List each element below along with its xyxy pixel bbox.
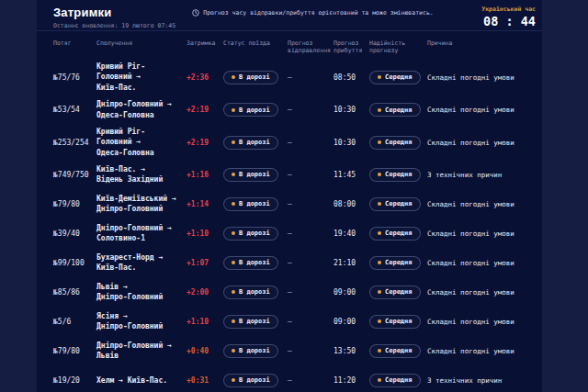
status-cell: В дорозі — [223, 286, 288, 299]
reliability-badge: Середня — [369, 286, 421, 299]
reason: Складні погодні умови — [427, 230, 535, 238]
delay: +0:40 — [187, 347, 223, 355]
column-header-departure: Прогноз відправлення — [288, 39, 334, 55]
reliability-label: Середня — [385, 200, 413, 207]
status-cell: В дорозі — [223, 197, 288, 211]
delay: +1:10 — [187, 230, 223, 238]
train-number: №75/76 — [53, 73, 96, 82]
panel-header: Затримки Останнє оновлення: 19 лютого 07… — [37, 0, 542, 31]
arrival-forecast: 13:50 — [334, 347, 369, 355]
table-header-row: Потяг Сполучення Затримка Статус поїзда … — [37, 31, 542, 60]
departure-forecast: — — [288, 106, 334, 114]
status-label: В дорозі — [239, 106, 270, 114]
reliability-label: Середня — [385, 73, 413, 81]
table-row[interactable]: №253/254 Кривий Ріг- Головний → Одеса-Го… — [37, 125, 542, 161]
reliability-cell: Середня — [369, 374, 427, 387]
departure-forecast: — — [288, 288, 334, 297]
status-badge: В дорозі — [223, 374, 278, 387]
train-number: №39/40 — [53, 230, 96, 238]
reliability-dot-icon — [378, 75, 381, 79]
reliability-badge: Середня — [369, 374, 421, 387]
reason: Складні погодні умови — [427, 106, 535, 114]
departure-forecast: — — [288, 200, 334, 208]
table-row[interactable]: №99/100 Бухарест-Норд → Київ-Пас. +1:07 … — [37, 248, 542, 277]
table-row[interactable]: №85/86 Львів → Дніпро-Головний +2:00 В д… — [37, 277, 542, 307]
delay: +2:19 — [187, 106, 223, 114]
table-row[interactable]: №79/80 Дніпро-Головний → Львів +0:40 В д… — [37, 336, 542, 365]
reliability-cell: Середня — [369, 256, 427, 270]
departure-forecast: — — [288, 73, 334, 82]
status-badge: В дорозі — [223, 344, 278, 358]
reason: Складні погодні умови — [427, 139, 535, 147]
departure-forecast: — — [288, 139, 334, 147]
train-number: №19/20 — [53, 376, 96, 385]
reliability-badge: Середня — [369, 227, 421, 241]
reliability-badge: Середня — [369, 344, 421, 358]
reliability-badge: Середня — [369, 71, 421, 84]
table-row[interactable]: №75/76 Кривий Ріг- Головний → Київ-Пас. … — [37, 60, 542, 95]
reliability-dot-icon — [378, 378, 381, 382]
arrival-forecast: 10:30 — [334, 139, 369, 147]
status-dot-icon — [232, 261, 235, 264]
status-badge: В дорозі — [223, 103, 278, 117]
reliability-label: Середня — [385, 171, 413, 178]
status-badge: В дорозі — [223, 197, 278, 211]
arrival-forecast: 08:50 — [334, 73, 369, 82]
table-row[interactable]: №53/54 Дніпро-Головний → Одеса-Головна +… — [37, 95, 542, 125]
status-dot-icon — [232, 140, 235, 144]
reason: Складні погодні умови — [427, 288, 535, 297]
table-row[interactable]: №39/40 Дніпро-Головний → Солотвино-1 +1:… — [37, 218, 542, 248]
reliability-dot-icon — [378, 349, 381, 353]
arrival-forecast: 11:20 — [334, 376, 369, 385]
forecast-notice: Прогноз часу відправки/прибуття орієнтов… — [191, 6, 435, 17]
reliability-dot-icon — [378, 108, 381, 112]
ukraine-time-label: Український час — [435, 6, 536, 13]
table-row[interactable]: №749/750 Київ-Пас. → Відень Західний +1:… — [37, 160, 542, 189]
reliability-badge: Середня — [369, 136, 421, 150]
arrival-forecast: 19:40 — [334, 230, 369, 238]
delay: +1:10 — [187, 318, 223, 326]
reliability-badge: Середня — [369, 256, 421, 270]
reliability-label: Середня — [385, 259, 413, 266]
reliability-cell: Середня — [369, 227, 427, 241]
status-label: В дорозі — [239, 347, 270, 354]
status-dot-icon — [232, 75, 235, 79]
status-cell: В дорозі — [223, 136, 288, 150]
reliability-dot-icon — [378, 290, 381, 294]
table-row[interactable]: №19/20 Хелм → Київ-Пас. +0:31 В дорозі —… — [37, 365, 542, 392]
reason: Складні погодні умови — [427, 347, 535, 355]
route: Дніпро-Головний → Одеса-Головна — [96, 99, 187, 120]
status-badge: В дорозі — [223, 136, 278, 150]
status-cell: В дорозі — [223, 168, 288, 182]
column-header-train: Потяг — [53, 39, 96, 55]
arrival-forecast: 09:00 — [334, 288, 369, 297]
status-label: В дорозі — [239, 230, 270, 237]
reliability-label: Середня — [385, 318, 413, 325]
reliability-label: Середня — [385, 230, 413, 237]
table-body: №75/76 Кривий Ріг- Головний → Київ-Пас. … — [37, 60, 542, 392]
status-label: В дорозі — [239, 200, 270, 207]
status-label: В дорозі — [239, 318, 270, 325]
status-dot-icon — [232, 319, 235, 323]
departure-forecast: — — [288, 376, 334, 385]
delay: +1:16 — [187, 171, 223, 179]
reliability-label: Середня — [385, 139, 413, 146]
train-number: №253/254 — [53, 139, 96, 147]
status-dot-icon — [232, 108, 235, 112]
route: Бухарест-Норд → Київ-Пас. — [96, 252, 187, 274]
status-dot-icon — [232, 378, 235, 382]
column-header-arrival: Прогноз прибуття — [334, 39, 369, 55]
reliability-cell: Середня — [369, 168, 427, 182]
column-header-route: Сполучення — [96, 39, 187, 55]
route: Львів → Дніпро-Головний — [96, 282, 187, 303]
reliability-dot-icon — [378, 319, 381, 323]
reliability-label: Середня — [385, 347, 413, 354]
status-badge: В дорозі — [223, 168, 278, 182]
table-row[interactable]: №5/6 Ясіня → Дніпро-Головний +1:10 В дор… — [37, 307, 542, 336]
train-number: №79/80 — [53, 200, 96, 208]
column-header-status: Статус поїзда — [223, 39, 288, 55]
table-row[interactable]: №79/80 Київ-Деміївський → Дніпро-Головни… — [37, 189, 542, 218]
forecast-notice-text: Прогноз часу відправки/прибуття орієнтов… — [203, 9, 433, 17]
status-badge: В дорозі — [223, 286, 278, 299]
panel-header-left: Затримки Останнє оновлення: 19 лютого 07… — [53, 6, 191, 29]
